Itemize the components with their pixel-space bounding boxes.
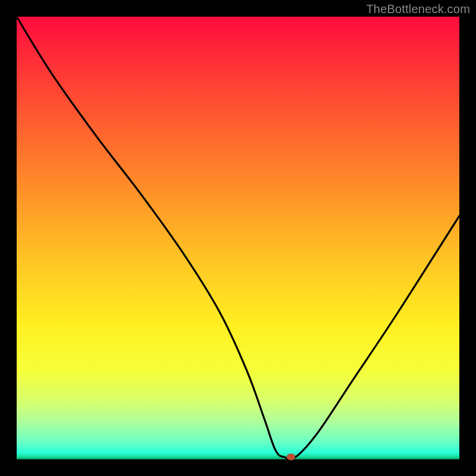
optimum-marker	[287, 454, 295, 461]
plot-area	[17, 17, 459, 459]
chart-container: TheBottleneck.com	[0, 0, 476, 476]
bottleneck-curve-path	[17, 17, 459, 459]
watermark-text: TheBottleneck.com	[366, 2, 470, 16]
bottleneck-curve-layer	[17, 17, 459, 459]
